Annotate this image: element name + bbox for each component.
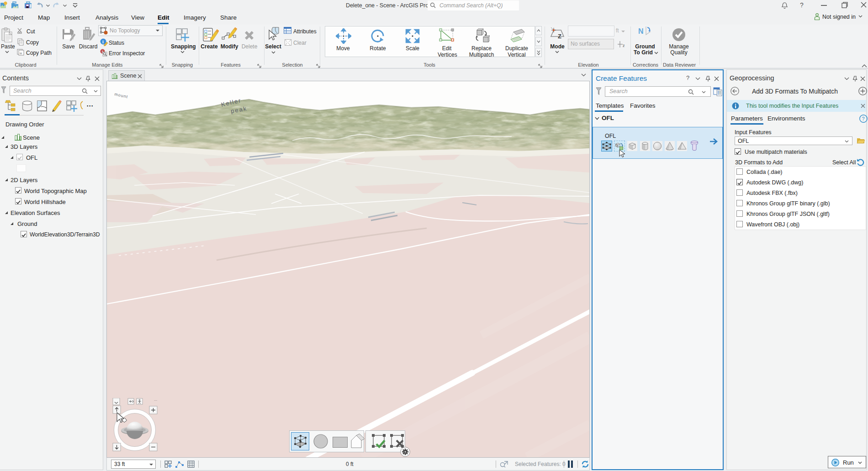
svg-text:N: N (638, 27, 644, 35)
svg-text:?: ? (862, 116, 865, 121)
svg-text:z: z (623, 43, 625, 47)
svg-text:⋯: ⋯ (154, 399, 157, 402)
svg-text:i: i (102, 39, 104, 44)
svg-text:w: w (19, 52, 22, 55)
svg-text:Z: Z (558, 33, 561, 40)
